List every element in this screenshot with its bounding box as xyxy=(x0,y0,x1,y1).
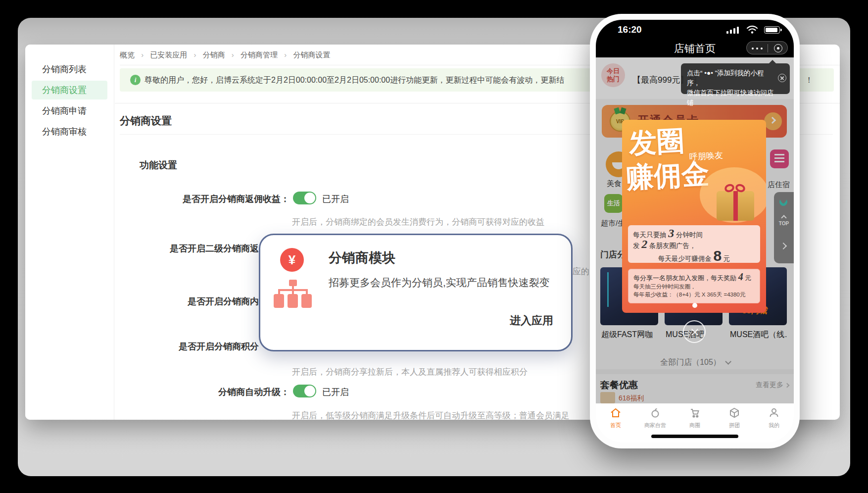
wifi-icon xyxy=(746,25,758,34)
toggle-knob xyxy=(304,386,315,396)
home-indicator[interactable] xyxy=(651,435,738,438)
commission-promo-popup[interactable]: 发圈 呼朋唤友 赚佣金 每天只要抽 3 分钟时间 发 2 条朋友圈广告， 每天最… xyxy=(622,120,766,313)
breadcrumb-separator: › xyxy=(232,50,234,59)
add-to-miniprogram-tooltip: 点击“ •●• ”添加到我的小程序， 微信首页下拉即可快速访问店铺 xyxy=(681,63,790,94)
tab-profile[interactable]: 我的 xyxy=(754,403,794,443)
cart-icon xyxy=(689,407,701,419)
dialog-title: 分销商模块 xyxy=(329,249,395,267)
helper-text: 开启后，分销商绑定的会员发生消费行为，分销商可获得对应的收益 xyxy=(292,216,544,228)
rebate-toggle[interactable] xyxy=(293,192,316,204)
popup-benefit-panel: 每天只要抽 3 分钟时间 发 2 条朋友圈广告， 每天最少可赚佣金 8 元 xyxy=(628,225,760,263)
helper-text: 开启后，低等级分销商满足升级条件后可自动升级至高等级；普通会员满足 xyxy=(292,410,570,420)
auto-upgrade-toggle[interactable] xyxy=(293,385,316,397)
popup-close-icon[interactable] xyxy=(683,320,706,343)
status-bar: 16:20 xyxy=(596,20,794,38)
mini-program-navbar: 店铺首页 xyxy=(596,38,794,57)
yen-icon: ¥ xyxy=(280,248,304,272)
sidebar-item-distributor-review[interactable]: 分销商审核 xyxy=(32,122,107,141)
distributor-module-dialog: ¥ 分销商模块 招募更多会员作为分销员,实现产品销售快速裂变 进入应用 xyxy=(259,234,573,351)
notice-text: 尊敬的用户，您好，启博云系统定于2月2日00:00:00至2月2日05:00:0… xyxy=(145,75,564,86)
info-icon: i xyxy=(130,75,141,85)
gift-box-icon xyxy=(713,175,758,221)
helper-text: 开启后，分销商分享拉新后，本人及直属推荐人可获得相应积分 xyxy=(292,366,528,378)
sidebar-item-distributor-list[interactable]: 分销商列表 xyxy=(32,60,107,79)
toggle-label-internal-purchase: 是否开启分销商内 xyxy=(188,296,259,307)
tooltip-close-icon[interactable] xyxy=(778,74,786,82)
helper-text-fragment: 应的 xyxy=(573,266,589,277)
more-icon[interactable] xyxy=(752,48,764,49)
breadcrumb-separator: › xyxy=(194,50,196,59)
cube-icon xyxy=(728,407,740,419)
breadcrumb-item[interactable]: 分销商管理 xyxy=(241,50,278,59)
tab-home[interactable]: 首页 xyxy=(596,403,635,443)
phone-mockup: 16:20 店铺首页 今日 热门 【最高999元】扫 xyxy=(590,14,800,448)
page-title: 分销商设置 xyxy=(120,114,172,128)
pagination-dot xyxy=(692,303,697,308)
toggle-state: 已开启 xyxy=(322,386,349,398)
toggle-label-rebate: 是否开启分销商返佣收益： xyxy=(183,193,289,205)
sidebar-item-distributor-settings[interactable]: 分销商设置 xyxy=(32,81,107,99)
dialog-description: 招募更多会员作为分销员,实现产品销售快速裂变 xyxy=(329,276,550,290)
wechat-capsule-button[interactable] xyxy=(746,41,788,54)
signal-icon xyxy=(726,27,740,34)
popup-title-line2: 赚佣金 xyxy=(625,155,710,197)
apple-icon xyxy=(649,407,661,419)
toggle-knob xyxy=(304,193,315,203)
clock: 16:20 xyxy=(618,24,642,35)
breadcrumb-item[interactable]: 已安装应用 xyxy=(150,50,187,59)
sidebar: 分销商列表 分销商设置 分销商申请 分销商审核 xyxy=(25,45,114,420)
enter-app-button[interactable]: 进入应用 xyxy=(510,313,553,328)
notice-text-end: ！ xyxy=(805,75,813,86)
battery-icon xyxy=(764,26,780,34)
phone-screen: 16:20 店铺首页 今日 热门 【最高999元】扫 xyxy=(596,20,794,443)
home-icon xyxy=(610,407,622,419)
toggle-state: 已开启 xyxy=(322,193,349,205)
toggle-label-points: 是否开启分销商积分 xyxy=(179,341,259,352)
popup-reward-panel: 每分享一名朋友加入发圈，每天奖励 4 元 每天抽三分钟时间发圈， 每年最少收益：… xyxy=(628,269,760,303)
breadcrumb-separator: › xyxy=(284,50,287,59)
toggle-label-secondary-rebate: 是否开启二级分销商返 xyxy=(170,243,259,254)
org-chart-icon xyxy=(273,280,313,309)
sidebar-item-distributor-apply[interactable]: 分销商申请 xyxy=(32,101,107,120)
breadcrumb-item-current: 分销商设置 xyxy=(293,50,330,59)
breadcrumb-item[interactable]: 概览 xyxy=(120,50,135,59)
close-minimize-icon[interactable] xyxy=(774,44,782,52)
toggle-label-auto-upgrade: 分销商自动升级： xyxy=(218,386,289,398)
breadcrumb-item[interactable]: 分销商 xyxy=(203,50,225,59)
breadcrumb-separator: › xyxy=(141,50,144,59)
section-title: 功能设置 xyxy=(140,159,177,172)
person-icon xyxy=(768,407,780,419)
